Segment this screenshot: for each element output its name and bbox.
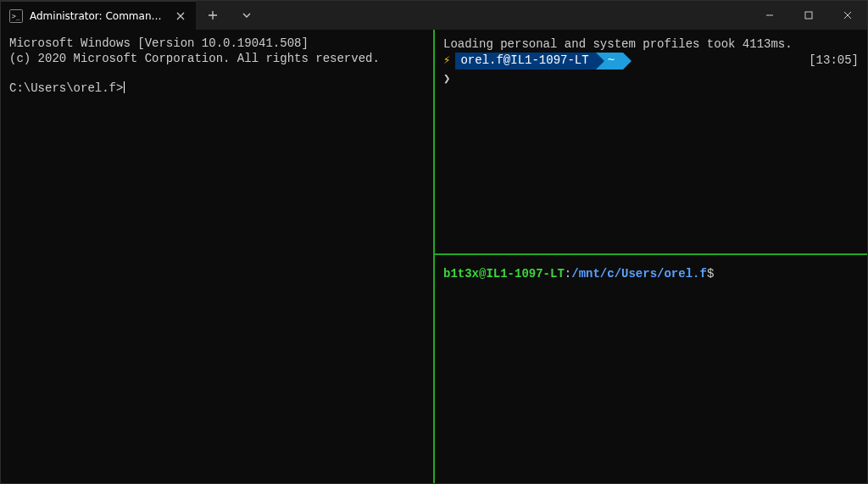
cmd-line: (c) 2020 Microsoft Corporation. All righ… [9,52,380,65]
ps-user-host-segment: orel.f@IL1-1097-LT [455,53,595,70]
svg-text:>_: >_ [12,13,20,20]
close-window-button[interactable] [828,1,867,30]
tab-dropdown[interactable] [230,1,264,30]
ps-caret: ❯ [443,71,859,87]
minimize-button[interactable] [750,1,789,30]
cmd-line: Microsoft Windows [Version 10.0.19041.50… [9,36,309,50]
svg-rect-2 [805,12,812,19]
ps-prompt-row: ⚡ orel.f@IL1-1097-LT ~ [13:05] [443,53,859,70]
right-column: Loading personal and system profiles too… [435,30,867,483]
cmd-pane[interactable]: Microsoft Windows [Version 10.0.19041.50… [1,30,433,483]
wsl-colon: : [565,267,571,281]
wsl-dollar: $ [707,267,714,281]
new-tab-button[interactable] [196,1,230,30]
wsl-path: /mnt/c/Users/orel.f [571,267,707,281]
panes: Microsoft Windows [Version 10.0.19041.50… [1,30,867,483]
close-icon[interactable] [174,9,187,23]
ps-loading-line: Loading personal and system profiles too… [443,36,859,53]
powershell-pane[interactable]: Loading personal and system profiles too… [435,30,867,253]
segment-arrow-icon [623,53,632,70]
lightning-icon: ⚡ [443,53,450,69]
tab-cmd[interactable]: >_ Administrator: Command Prompt [1,1,196,30]
segment-arrow-icon [596,53,604,70]
titlebar: >_ Administrator: Command Prompt [1,1,867,30]
wsl-user-host: b1t3x@IL1-1097-LT [443,267,565,281]
wsl-pane[interactable]: b1t3x@IL1-1097-LT:/mnt/c/Users/orel.f$ [435,255,867,483]
cmd-icon: >_ [9,9,23,23]
window-controls [750,1,867,30]
tabstrip: >_ Administrator: Command Prompt [1,1,750,30]
tab-title: Administrator: Command Prompt [30,10,167,22]
terminal-window: >_ Administrator: Command Prompt [0,0,868,484]
maximize-button[interactable] [789,1,828,30]
ps-time: [13:05] [809,53,859,69]
cursor-icon [124,81,125,93]
cmd-prompt: C:\Users\orel.f> [9,81,123,95]
